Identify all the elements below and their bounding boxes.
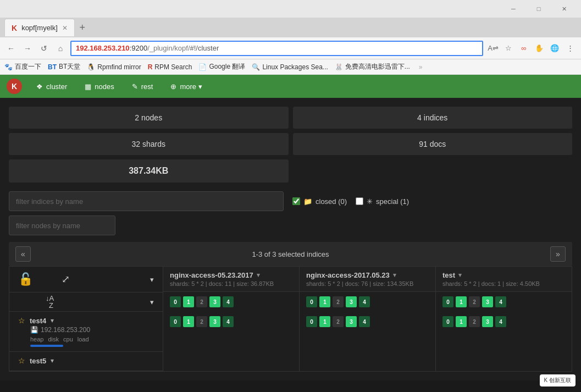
nav-rest[interactable]: ✎ rest bbox=[124, 79, 161, 94]
nav-nodes[interactable]: ▦ nodes bbox=[77, 79, 121, 94]
closed-label: closed (0) bbox=[316, 197, 347, 206]
index-col-2: test ▾ shards: 5 * 2 | docs: 1 | size: 4… bbox=[436, 267, 572, 371]
table-area: 🔓 ⤢ ▾ ↓A Z ▾ ☆ test4 ▾ 💾 bbox=[9, 266, 572, 372]
next-icon: » bbox=[556, 250, 560, 258]
shard-1-0-1: 1 bbox=[319, 296, 330, 307]
back-btn[interactable]: ← bbox=[4, 42, 18, 55]
tab-close-btn[interactable]: ✕ bbox=[62, 24, 68, 32]
left-col: 🔓 ⤢ ▾ ↓A Z ▾ ☆ test4 ▾ 💾 bbox=[9, 267, 163, 371]
closed-folder-icon: 📁 bbox=[303, 197, 312, 206]
cluster-icon: ❖ bbox=[36, 82, 43, 91]
extension-icon-2[interactable]: ✋ bbox=[533, 42, 546, 55]
extension-icon-1[interactable]: ∞ bbox=[517, 42, 530, 55]
node-dropdown-test5[interactable]: ▾ bbox=[51, 357, 54, 365]
shard-1-1-2: 2 bbox=[333, 316, 344, 327]
stat-shards: 32 shards bbox=[9, 133, 289, 155]
shard-0-0-4: 4 bbox=[223, 296, 234, 307]
nav-rest-label: rest bbox=[141, 82, 153, 91]
forward-btn[interactable]: → bbox=[21, 42, 34, 55]
shard-1-0-3: 3 bbox=[346, 296, 357, 307]
translate-icon[interactable]: A⇌ bbox=[486, 42, 500, 55]
watermark: K 创新互联 bbox=[540, 374, 576, 387]
shard-2-1-0: 0 bbox=[442, 316, 453, 327]
filter-nodes-input[interactable] bbox=[9, 216, 115, 235]
index-col-1: nginx-access-2017.05.23 ▾ shards: 5 * 2 … bbox=[300, 267, 436, 371]
filter-nodes-row bbox=[9, 216, 572, 235]
node-name-test4: test4 bbox=[30, 317, 46, 325]
bookmark-label-linux: Linux Packages Sea... bbox=[262, 63, 328, 71]
closed-filter-group: 📁 closed (0) bbox=[292, 197, 347, 206]
node-star-test5[interactable]: ☆ bbox=[18, 356, 25, 365]
browser-tab[interactable]: K kopf[myelk] ✕ bbox=[4, 19, 75, 36]
index-header-0: nginx-access-05.23.2017 ▾ shards: 5 * 2 … bbox=[163, 267, 299, 292]
bookmarks-more-btn[interactable]: » bbox=[419, 63, 423, 71]
expand-arrows-icon[interactable]: ⤢ bbox=[62, 273, 70, 285]
reload-btn[interactable]: ↺ bbox=[37, 42, 51, 55]
bookmark-icon[interactable]: ☆ bbox=[502, 42, 515, 55]
bookmark-linux-packages[interactable]: 🔍 Linux Packages Sea... bbox=[252, 63, 328, 71]
tab-label: kopf[myelk] bbox=[21, 24, 58, 32]
bookmark-google-translate[interactable]: 📄 Google 翻译 bbox=[198, 62, 245, 71]
index-col-0: nginx-access-05.23.2017 ▾ shards: 5 * 2 … bbox=[163, 267, 300, 371]
shard-1-0-2: 2 bbox=[333, 296, 344, 307]
menu-icon[interactable]: ⋮ bbox=[563, 42, 577, 55]
bookmark-bt[interactable]: BT BT天堂 bbox=[48, 62, 80, 71]
index-meta-0: shards: 5 * 2 | docs: 11 | size: 36.87KB bbox=[170, 280, 292, 287]
nav-cluster[interactable]: ❖ cluster bbox=[29, 79, 75, 94]
disk-icon: 💾 bbox=[30, 326, 38, 334]
extension-icon-3[interactable]: 🌐 bbox=[548, 42, 561, 55]
stat-nodes: 2 nodes bbox=[9, 107, 289, 129]
shard-grid-2-1: 0 1 2 3 4 bbox=[436, 312, 572, 332]
bookmark-baiduyixia[interactable]: 🐾 百度一下 bbox=[4, 62, 41, 71]
new-tab-btn[interactable]: + bbox=[75, 20, 90, 35]
rest-icon: ✎ bbox=[132, 82, 138, 91]
sort-dropdown-icon[interactable]: ▾ bbox=[150, 298, 154, 306]
title-btn-maximize[interactable]: □ bbox=[526, 0, 551, 18]
bookmark-icon-google: 📄 bbox=[198, 63, 207, 71]
logo-text: K bbox=[12, 82, 17, 91]
node-metrics-test4: heap disk cpu load bbox=[30, 336, 154, 343]
bookmark-rpmsearch[interactable]: R RPM Search bbox=[148, 63, 192, 71]
index-dropdown-1[interactable]: ▾ bbox=[393, 272, 396, 279]
bookmarks-bar: 🐾 百度一下 BT BT天堂 🐧 Rpmfind mirror R RPM Se… bbox=[0, 59, 581, 75]
address-host: 192.168.253.210 bbox=[76, 44, 130, 52]
stat-indices: 4 indices bbox=[293, 107, 573, 129]
bookmark-icon-bt: BT bbox=[48, 63, 57, 71]
node-dropdown-test4[interactable]: ▾ bbox=[51, 317, 54, 324]
shard-2-0-0: 0 bbox=[442, 296, 453, 307]
address-bar[interactable]: 192.168.253.210:9200/_plugin/kopf/#!/clu… bbox=[70, 41, 483, 56]
index-name-2: test bbox=[442, 271, 455, 279]
shard-2-0-1: 1 bbox=[456, 296, 467, 307]
bookmark-icon-baiduyixia: 🐾 bbox=[4, 63, 13, 71]
bookmark-label-baiduyixia: 百度一下 bbox=[15, 62, 41, 71]
closed-checkbox[interactable] bbox=[292, 197, 300, 205]
special-checkbox[interactable] bbox=[356, 197, 363, 205]
index-dropdown-0[interactable]: ▾ bbox=[257, 272, 260, 279]
index-header-1: nginx-access-2017.05.23 ▾ shards: 5 * 2 … bbox=[300, 267, 435, 292]
next-indices-btn[interactable]: » bbox=[550, 246, 566, 262]
index-dropdown-2[interactable]: ▾ bbox=[458, 272, 462, 279]
collapse-icon[interactable]: ▾ bbox=[150, 275, 154, 284]
lock-icon[interactable]: 🔓 bbox=[18, 272, 33, 286]
bookmark-label-movies: 免费高清电影迅雷下... bbox=[345, 62, 410, 71]
nav-more[interactable]: ⊕ more ▾ bbox=[163, 79, 209, 94]
shard-1-1-4: 4 bbox=[359, 316, 370, 327]
node-star-test4[interactable]: ☆ bbox=[18, 316, 25, 325]
address-port: :9200 bbox=[130, 44, 148, 52]
shard-1-0-4: 4 bbox=[359, 296, 370, 307]
home-btn[interactable]: ⌂ bbox=[54, 42, 67, 55]
tab-bar: K kopf[myelk] ✕ + bbox=[0, 18, 581, 37]
shard-1-0-0: 0 bbox=[306, 296, 317, 307]
bookmark-rpmfind[interactable]: 🐧 Rpmfind mirror bbox=[87, 63, 141, 71]
controls-row: 🔓 ⤢ ▾ bbox=[9, 267, 163, 292]
title-btn-close[interactable]: ✕ bbox=[551, 0, 577, 18]
bookmark-movies[interactable]: 🐰 免费高清电影迅雷下... bbox=[335, 62, 410, 71]
sort-az-icon[interactable]: ↓A Z bbox=[46, 295, 54, 309]
sort-row: ↓A Z ▾ bbox=[9, 292, 163, 312]
filter-indices-input[interactable] bbox=[9, 191, 284, 211]
more-icon: ⊕ bbox=[170, 82, 176, 91]
shard-0-0-0: 0 bbox=[170, 296, 181, 307]
shard-2-1-3: 3 bbox=[482, 316, 493, 327]
title-btn-minimize[interactable]: ─ bbox=[501, 0, 526, 18]
prev-indices-btn[interactable]: « bbox=[15, 246, 31, 262]
